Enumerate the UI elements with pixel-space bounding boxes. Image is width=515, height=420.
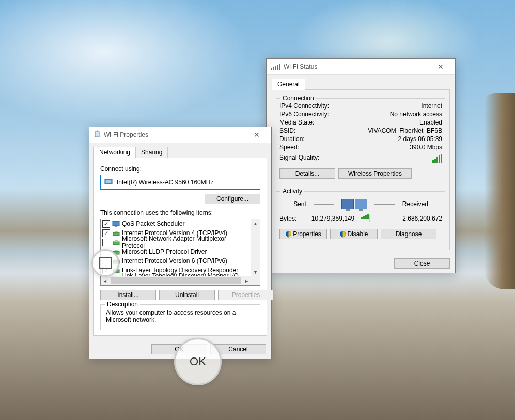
- horizontal-scrollbar[interactable]: ◄ ►: [101, 276, 251, 285]
- svg-rect-3: [106, 180, 111, 183]
- disable-button[interactable]: Disable: [330, 229, 378, 239]
- adapter-name: Intel(R) Wireless-AC 9560 160MHz: [117, 179, 213, 186]
- diagnose-button[interactable]: Diagnose: [381, 229, 436, 239]
- properties-button[interactable]: Properties: [279, 229, 327, 239]
- list-item[interactable]: Microsoft Network Adapter Multiplexor Pr…: [101, 238, 251, 247]
- close-button[interactable]: Close: [394, 258, 450, 269]
- svg-rect-14: [113, 270, 119, 273]
- recv-line: [374, 204, 395, 205]
- activity-group: Activity Sent Received Bytes: 10,279,359…: [276, 191, 445, 244]
- checkbox[interactable]: ✓: [102, 220, 110, 228]
- wifi-properties-window: Wi-Fi Properties ✕ Networking Sharing Co…: [89, 127, 272, 359]
- activity-monitors-icon: [341, 199, 367, 209]
- network-protocol-icon: [112, 267, 120, 274]
- ipv4-label: IPv4 Connectivity:: [279, 102, 329, 110]
- list-item[interactable]: Internet Protocol Version 6 (TCP/IPv6): [101, 256, 251, 266]
- protocol-label: Internet Protocol Version 6 (TCP/IPv6): [122, 257, 227, 265]
- sent-label: Sent: [293, 200, 306, 208]
- description-group: Description Allows your computer to acce…: [100, 304, 260, 330]
- svg-rect-5: [115, 226, 117, 227]
- bytes-recv: 2,686,200,672: [370, 215, 442, 222]
- cancel-button[interactable]: Cancel: [210, 344, 266, 354]
- duration-label: Duration:: [279, 135, 305, 143]
- monitor-icon: [112, 220, 120, 227]
- svg-rect-15: [115, 268, 118, 270]
- speed-label: Speed:: [279, 144, 299, 151]
- svg-rect-6: [113, 232, 119, 236]
- svg-rect-0: [95, 132, 99, 137]
- network-protocol-icon: [112, 248, 120, 255]
- svg-rect-13: [115, 259, 118, 260]
- tab-networking[interactable]: Networking: [93, 147, 136, 158]
- ipv6-value: No network access: [390, 111, 442, 118]
- network-protocol-icon: [112, 229, 120, 237]
- svg-rect-9: [115, 240, 118, 242]
- wifi-status-window: Wi-Fi Status ✕ General Connection IPv4 C…: [266, 58, 456, 273]
- status-titlebar[interactable]: Wi-Fi Status ✕: [267, 59, 455, 75]
- protocol-label: QoS Packet Scheduler: [122, 220, 184, 227]
- media-value: Enabled: [419, 119, 442, 126]
- ipv6-label: IPv6 Connectivity:: [279, 111, 329, 118]
- props-title: Wi-Fi Properties: [104, 131, 246, 138]
- sent-line: [314, 204, 334, 205]
- svg-rect-7: [115, 231, 118, 232]
- scroll-down-icon[interactable]: ▼: [251, 268, 260, 276]
- item-properties-button[interactable]: Properties: [218, 290, 274, 300]
- signal-bars-icon: [432, 154, 442, 163]
- ok-button[interactable]: OK: [151, 344, 207, 354]
- svg-rect-11: [115, 250, 118, 251]
- ipv4-value: Internet: [421, 102, 442, 110]
- adapter-icon: [93, 130, 101, 140]
- scroll-right-icon[interactable]: ►: [242, 276, 251, 285]
- close-icon[interactable]: ✕: [430, 63, 451, 71]
- configure-button[interactable]: Configure...: [205, 194, 260, 204]
- signal-label: Signal Quality:: [279, 154, 319, 163]
- scroll-left-icon[interactable]: ◄: [101, 276, 110, 285]
- connect-using-label: Connect using:: [100, 165, 260, 173]
- wireless-properties-button[interactable]: Wireless Properties: [338, 168, 412, 179]
- checkbox[interactable]: ✓: [102, 267, 110, 274]
- vertical-scrollbar[interactable]: ▲ ▼: [251, 219, 260, 276]
- connection-legend: Connection: [280, 95, 316, 102]
- svg-rect-12: [113, 260, 119, 263]
- adapter-field[interactable]: Intel(R) Wireless-AC 9560 160MHz: [100, 175, 260, 190]
- list-item[interactable]: ✓QoS Packet Scheduler: [101, 219, 251, 228]
- protocol-label: Microsoft Network Adapter Multiplexor Pr…: [122, 235, 249, 250]
- description-text: Allows your computer to access resources…: [106, 309, 255, 324]
- close-icon[interactable]: ✕: [246, 131, 267, 139]
- status-title: Wi-Fi Status: [284, 63, 430, 70]
- protocol-label: Microsoft LLDP Protocol Driver: [122, 248, 207, 255]
- duration-value: 2 days 06:05:39: [398, 135, 442, 143]
- uninstall-button[interactable]: Uninstall: [159, 290, 215, 300]
- props-titlebar[interactable]: Wi-Fi Properties ✕: [89, 127, 271, 143]
- activity-signal-icon: [361, 214, 369, 219]
- network-card-icon: [104, 178, 114, 186]
- svg-rect-10: [113, 251, 119, 254]
- details-button[interactable]: Details...: [279, 168, 335, 179]
- scroll-up-icon[interactable]: ▲: [251, 219, 260, 228]
- received-label: Received: [402, 200, 428, 208]
- svg-rect-8: [113, 242, 119, 245]
- checkbox[interactable]: ✓: [102, 229, 110, 237]
- tab-sharing[interactable]: Sharing: [135, 147, 168, 158]
- items-label: This connection uses the following items…: [100, 209, 260, 216]
- network-protocol-icon: [112, 257, 120, 265]
- install-button[interactable]: Install...: [100, 290, 156, 300]
- activity-legend: Activity: [280, 188, 304, 195]
- connection-group: Connection IPv4 Connectivity:Internet IP…: [276, 98, 445, 184]
- ssid-label: SSID:: [279, 127, 295, 134]
- protocols-listbox[interactable]: ✓QoS Packet Scheduler✓Internet Protocol …: [100, 219, 260, 286]
- speed-value: 390.0 Mbps: [410, 144, 442, 151]
- media-label: Media State:: [279, 119, 314, 126]
- network-protocol-icon: [112, 239, 120, 246]
- description-legend: Description: [105, 301, 140, 308]
- ssid-value: VIVACOM_FiberNet_BF6B: [368, 127, 442, 134]
- bytes-sent: 10,279,359,149: [296, 215, 369, 222]
- tab-general[interactable]: General: [272, 79, 305, 90]
- bytes-label: Bytes:: [279, 215, 296, 222]
- svg-rect-4: [113, 221, 119, 226]
- checkbox[interactable]: [102, 239, 110, 246]
- wifi-signal-icon: [271, 64, 280, 70]
